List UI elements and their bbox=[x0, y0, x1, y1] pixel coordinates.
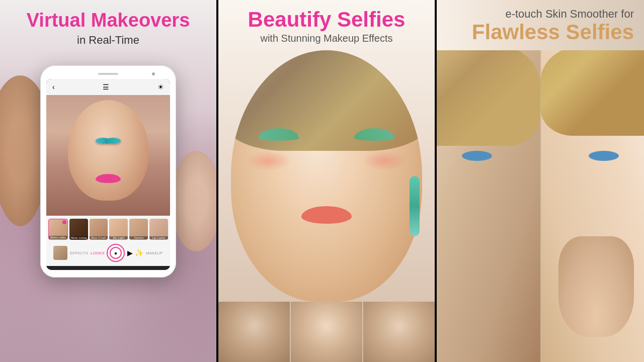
wand-icon-container: ✨ bbox=[135, 249, 143, 257]
phone-face-oval bbox=[68, 100, 148, 201]
big-face-blush-right bbox=[362, 151, 407, 171]
small-faces-row bbox=[218, 302, 435, 362]
back-icon[interactable]: ‹ bbox=[52, 83, 55, 91]
phone-speaker bbox=[98, 73, 118, 75]
look-label-2: Silver Lining bbox=[69, 236, 88, 239]
split-face-left bbox=[437, 50, 540, 362]
phone-eye-right bbox=[106, 138, 121, 144]
camera-symbol: ● bbox=[114, 250, 117, 256]
panel-flawless-selfies: e-touch Skin Smoother for Flawless Selfi… bbox=[437, 0, 644, 362]
camera-button-inner: ● bbox=[110, 247, 122, 259]
phone-outer-shell: ‹ ☰ ☀ More Looks bbox=[40, 65, 176, 278]
look-label-5: Gemini bbox=[129, 236, 148, 239]
panel3-eye-left bbox=[462, 151, 492, 161]
panel2-title: Beautify Selfies bbox=[218, 8, 435, 32]
panel1-text-container: Virtual Makeovers in Real-Time bbox=[10, 10, 206, 47]
nav-thumbnail bbox=[53, 246, 67, 260]
look-thumb-6[interactable]: Lip Looks bbox=[149, 219, 168, 240]
look-selected-dot bbox=[62, 220, 66, 224]
nav-looks-label[interactable]: LOOKS bbox=[91, 251, 105, 255]
phone-looks-strip: More Looks Silver Lining Blue Crush My L… bbox=[48, 219, 168, 240]
big-face-oval bbox=[231, 50, 422, 302]
panel2-subtitle: with Stunning Makeup Effects bbox=[218, 33, 435, 44]
small-face-1 bbox=[218, 302, 290, 362]
panel3-eye-right bbox=[589, 151, 619, 161]
big-face-lips bbox=[301, 206, 352, 224]
menu-icon[interactable]: ☰ bbox=[103, 83, 109, 91]
hand-overlay bbox=[558, 236, 634, 337]
look-thumb-2[interactable]: Silver Lining bbox=[69, 219, 88, 240]
phone-bottom-bar: More Looks Silver Lining Blue Crush My L… bbox=[46, 216, 170, 266]
panel3-text-container: e-touch Skin Smoother for Flawless Selfi… bbox=[437, 8, 644, 44]
panel-beautify-selfies: Beautify Selfies with Stunning Makeup Ef… bbox=[218, 0, 435, 362]
look-thumb-5[interactable]: Gemini bbox=[129, 219, 148, 240]
look-thumb-4[interactable]: My Light bbox=[109, 219, 128, 240]
split-face-container bbox=[437, 50, 644, 362]
video-icon[interactable]: ▶ bbox=[127, 249, 133, 257]
look-label-4: My Light bbox=[109, 236, 128, 239]
big-face-blush-left bbox=[246, 151, 291, 171]
phone-camera-dot bbox=[152, 72, 155, 75]
panel2-text-container: Beautify Selfies with Stunning Makeup Ef… bbox=[218, 8, 435, 44]
look-label-3: Blue Crush bbox=[90, 236, 108, 239]
split-divider bbox=[540, 50, 541, 362]
panel1-subtitle: in Real-Time bbox=[10, 34, 206, 47]
panel-virtual-makeovers: Virtual Makeovers in Real-Time ‹ ☰ ☀ bbox=[0, 0, 216, 362]
camera-icon[interactable]: ☀ bbox=[157, 83, 164, 91]
phone-mockup: ‹ ☰ ☀ More Looks bbox=[40, 65, 176, 278]
teal-earring bbox=[410, 176, 420, 236]
panel3-hair-left bbox=[437, 50, 540, 146]
nav-makeup-label[interactable]: MAKEUP bbox=[146, 251, 163, 255]
small-face-3 bbox=[363, 302, 435, 362]
small-face-2 bbox=[291, 302, 362, 362]
camera-button[interactable]: ● bbox=[107, 244, 125, 262]
phone-navigation: EFFECTS LOOKS ● ▶ ✨ MAKE bbox=[48, 242, 168, 264]
look-label-1: More Looks bbox=[49, 236, 67, 239]
look-thumb-1[interactable]: More Looks bbox=[48, 219, 68, 240]
look-thumb-3[interactable]: Blue Crush bbox=[90, 219, 108, 240]
phone-face-area bbox=[46, 95, 170, 216]
nav-effects-label[interactable]: EFFECTS bbox=[70, 251, 88, 255]
panel3-subtitle: e-touch Skin Smoother for bbox=[437, 8, 634, 21]
side-face-right bbox=[171, 151, 216, 251]
panel3-hair-right bbox=[540, 50, 644, 136]
look-label-6: Lip Looks bbox=[149, 236, 168, 239]
panel1-title: Virtual Makeovers bbox=[10, 10, 206, 31]
phone-toolbar: ‹ ☰ ☀ bbox=[46, 79, 170, 95]
phone-screen: ‹ ☰ ☀ More Looks bbox=[46, 79, 170, 270]
video-icon-container: ▶ bbox=[127, 249, 133, 257]
wand-icon[interactable]: ✨ bbox=[135, 249, 143, 257]
panel3-title: Flawless Selfies bbox=[437, 21, 634, 44]
phone-notch bbox=[46, 73, 170, 75]
phone-lips bbox=[96, 174, 121, 183]
